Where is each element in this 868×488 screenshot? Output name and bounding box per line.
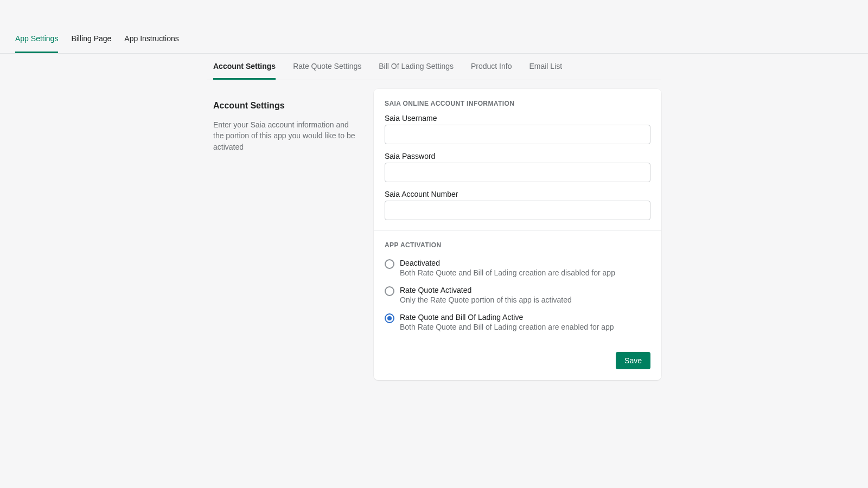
side-column: Account Settings Enter your Saia account… — [207, 89, 363, 380]
radio-rate-quote-activated[interactable]: Rate Quote Activated Only the Rate Quote… — [385, 282, 650, 310]
page-description: Enter your Saia account information and … — [213, 119, 356, 152]
subtab-product-info[interactable]: Product Info — [471, 54, 512, 80]
radio-icon — [385, 313, 394, 323]
radio-label: Rate Quote and Bill Of Lading Active — [400, 313, 650, 322]
input-saia-username[interactable] — [385, 125, 650, 144]
sub-nav: Account Settings Rate Quote Settings Bil… — [207, 54, 661, 80]
label-saia-username: Saia Username — [385, 114, 650, 123]
field-saia-account-number: Saia Account Number — [385, 190, 650, 220]
label-saia-password: Saia Password — [385, 152, 650, 160]
section-app-activation: APP ACTIVATION Deactivated Both Rate Quo… — [374, 230, 661, 346]
tab-billing-page[interactable]: Billing Page — [71, 19, 111, 53]
radio-help: Both Rate Quote and Bill of Lading creat… — [400, 268, 650, 277]
radio-label: Deactivated — [400, 259, 650, 267]
settings-card: SAIA ONLINE ACCOUNT INFORMATION Saia Use… — [374, 89, 661, 380]
field-saia-password: Saia Password — [385, 152, 650, 182]
card-footer: Save — [374, 346, 661, 380]
radio-icon — [385, 259, 394, 269]
section-account-info: SAIA ONLINE ACCOUNT INFORMATION Saia Use… — [374, 89, 661, 230]
subtab-rate-quote-settings[interactable]: Rate Quote Settings — [293, 54, 361, 80]
radio-help: Both Rate Quote and Bill of Lading creat… — [400, 323, 650, 331]
tab-app-settings[interactable]: App Settings — [15, 19, 58, 53]
radio-deactivated[interactable]: Deactivated Both Rate Quote and Bill of … — [385, 255, 650, 282]
section-heading-account-info: SAIA ONLINE ACCOUNT INFORMATION — [385, 100, 650, 107]
label-saia-account-number: Saia Account Number — [385, 190, 650, 198]
tab-app-instructions[interactable]: App Instructions — [124, 19, 178, 53]
save-button[interactable]: Save — [616, 352, 650, 369]
page-title: Account Settings — [213, 101, 356, 111]
radio-label: Rate Quote Activated — [400, 286, 650, 294]
section-heading-app-activation: APP ACTIVATION — [385, 241, 650, 249]
subtab-email-list[interactable]: Email List — [529, 54, 562, 80]
radio-rate-quote-and-bol-active[interactable]: Rate Quote and Bill Of Lading Active Bot… — [385, 310, 650, 337]
field-saia-username: Saia Username — [385, 114, 650, 144]
subtab-bill-of-lading-settings[interactable]: Bill Of Lading Settings — [379, 54, 454, 80]
top-nav: App Settings Billing Page App Instructio… — [0, 0, 868, 54]
subtab-account-settings[interactable]: Account Settings — [213, 54, 276, 80]
input-saia-account-number[interactable] — [385, 201, 650, 220]
radio-help: Only the Rate Quote portion of this app … — [400, 296, 650, 304]
radio-icon — [385, 286, 394, 296]
input-saia-password[interactable] — [385, 163, 650, 182]
page-body: Account Settings Enter your Saia account… — [207, 80, 661, 380]
